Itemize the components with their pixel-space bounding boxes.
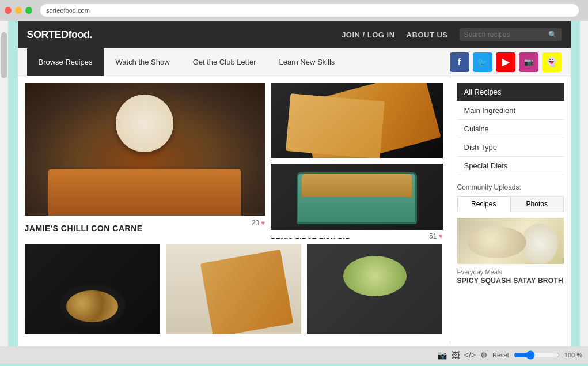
recipe-right-column: CORNBREAD 26 ♥ BEN'S FIRST FIS bbox=[271, 83, 442, 239]
search-box: 🔍 bbox=[460, 28, 562, 41]
bowl-image bbox=[307, 244, 442, 334]
browser-toolbar: sortedfood.com bbox=[0, 0, 588, 21]
heart-icon: ♥ bbox=[261, 219, 265, 227]
rolls-recipe[interactable] bbox=[25, 244, 160, 344]
content-area: JAMIE'S CHILLI CON CARNE 20 ♥ bbox=[18, 76, 571, 344]
community-tabs: Recipes Photos bbox=[457, 196, 564, 212]
featured-like-count: 20 ♥ bbox=[252, 219, 265, 227]
url-text: sortedfood.com bbox=[46, 7, 90, 14]
code-icon[interactable]: </> bbox=[464, 350, 476, 360]
image-icon[interactable]: 🖼 bbox=[452, 350, 460, 360]
minimize-btn[interactable] bbox=[15, 7, 22, 14]
search-icon: 🔍 bbox=[548, 31, 557, 39]
featured-recipe[interactable]: JAMIE'S CHILLI CON CARNE 20 ♥ bbox=[25, 83, 265, 239]
zoom-level: 100 % bbox=[564, 352, 582, 359]
join-login-link[interactable]: JOIN / LOG IN bbox=[342, 31, 394, 39]
bottom-recipes bbox=[25, 244, 443, 344]
site-nav: Browse Recipes Watch the Show Get the Cl… bbox=[18, 48, 571, 76]
settings-icon[interactable]: ⚙ bbox=[480, 350, 488, 360]
community-recipe-category: Everyday Meals bbox=[457, 269, 564, 276]
pulled-image bbox=[166, 244, 301, 334]
sidebar-special-diets[interactable]: Special Diets bbox=[457, 157, 564, 175]
chilli-image bbox=[25, 83, 265, 216]
maximize-btn[interactable] bbox=[25, 7, 32, 14]
twitter-icon[interactable]: 🐦 bbox=[473, 52, 492, 72]
cornbread-image bbox=[271, 83, 442, 158]
featured-recipe-title: JAMIE'S CHILLI CON CARNE bbox=[25, 224, 143, 233]
logo: SORTEDfood. bbox=[27, 29, 93, 41]
site-header: SORTEDfood. JOIN / LOG IN ABOUT US 🔍 bbox=[18, 21, 571, 48]
about-us-link[interactable]: ABOUT US bbox=[407, 31, 448, 39]
bottom-toolbar: 📷 🖼 </> ⚙ Reset 100 % bbox=[0, 346, 588, 364]
community-recipe-image[interactable] bbox=[457, 218, 564, 264]
sidebar-all-recipes[interactable]: All Recipes bbox=[457, 83, 564, 101]
facebook-icon[interactable]: f bbox=[450, 52, 469, 72]
nav-club-letter[interactable]: Get the Club Letter bbox=[181, 48, 268, 76]
zoom-slider[interactable] bbox=[514, 350, 560, 360]
sidebar-menu: All Recipes Main Ingredient Cuisine Dish… bbox=[457, 83, 564, 175]
sidebar-cuisine[interactable]: Cuisine bbox=[457, 120, 564, 138]
bowl-recipe[interactable] bbox=[307, 244, 442, 344]
fishpie-title: BEN'S FIRST FISH PIE bbox=[271, 237, 350, 239]
header-nav: JOIN / LOG IN ABOUT US bbox=[342, 31, 447, 39]
camera-icon[interactable]: 📷 bbox=[437, 350, 447, 360]
instagram-icon[interactable]: 📷 bbox=[519, 52, 538, 72]
url-bar[interactable]: sortedfood.com bbox=[40, 4, 579, 17]
fishpie-recipe[interactable]: BEN'S FIRST FISH PIE 51 ♥ bbox=[271, 164, 442, 239]
sidebar-main-ingredient[interactable]: Main Ingredient bbox=[457, 101, 564, 120]
nav-browse-recipes[interactable]: Browse Recipes bbox=[27, 48, 104, 76]
search-input[interactable] bbox=[464, 31, 545, 39]
sidebar-dish-type[interactable]: Dish Type bbox=[457, 138, 564, 157]
cornbread-recipe[interactable]: CORNBREAD 26 ♥ bbox=[271, 83, 442, 158]
fishpie-likes: 51 ♥ bbox=[429, 232, 442, 239]
community-tab-recipes[interactable]: Recipes bbox=[457, 196, 511, 212]
community-tab-photos[interactable]: Photos bbox=[510, 196, 564, 212]
sidebar: All Recipes Main Ingredient Cuisine Dish… bbox=[450, 76, 571, 344]
community-title: Community Uploads: bbox=[457, 183, 564, 191]
youtube-icon[interactable]: ▶ bbox=[496, 52, 515, 72]
close-btn[interactable] bbox=[5, 7, 12, 14]
social-icons: f 🐦 ▶ 📷 👻 bbox=[450, 52, 562, 72]
pulled-recipe[interactable] bbox=[166, 244, 301, 344]
fishpie-image bbox=[271, 164, 442, 230]
nav-watch-show[interactable]: Watch the Show bbox=[104, 48, 181, 76]
community-section: Community Uploads: Recipes Photos Everyd… bbox=[457, 183, 564, 285]
rolls-image bbox=[25, 244, 160, 334]
heart-icon-3: ♥ bbox=[438, 232, 442, 239]
nav-learn-skills[interactable]: Learn New Skills bbox=[267, 48, 346, 76]
snapchat-icon[interactable]: 👻 bbox=[542, 52, 562, 72]
reset-button[interactable]: Reset bbox=[492, 352, 509, 359]
recipes-main: JAMIE'S CHILLI CON CARNE 20 ♥ bbox=[18, 76, 450, 344]
community-recipe-name: SPICY SQUASH SATAY BROTH bbox=[457, 277, 564, 285]
